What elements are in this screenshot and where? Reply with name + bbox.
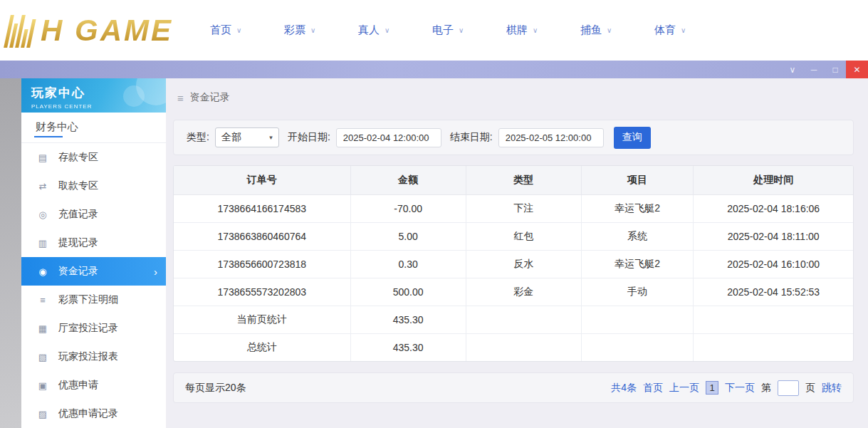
main-content: ≡ 资金记录 类型: 全部 ▾ 开始日期: 结束日期: 查询	[166, 78, 868, 428]
cell-time: 2025-02-04 18:11:00	[694, 222, 853, 250]
table-row: 1738656600723818 0.30 反水 幸运飞艇2 2025-02-0…	[174, 250, 853, 278]
search-button[interactable]: 查询	[614, 127, 651, 149]
col-header-type: 类型	[466, 166, 581, 194]
recharge-record-icon: ◎	[37, 209, 48, 220]
page-title: 资金记录	[190, 91, 230, 104]
cell-type: 下注	[466, 194, 581, 222]
sidebar-item-player-bet-reports[interactable]: ▧ 玩家投注报表	[21, 343, 166, 371]
promo-apply-record-icon: ▨	[37, 409, 48, 419]
sidebar-item-label: 彩票下注明细	[58, 293, 118, 306]
end-date-label: 结束日期:	[450, 131, 493, 144]
window-collapse-button[interactable]: ∨	[782, 61, 803, 78]
cell-time: 2025-02-04 18:16:06	[694, 194, 853, 222]
nav-label: 体育	[654, 24, 676, 37]
nav-item-cards[interactable]: 棋牌 ∨	[506, 24, 580, 37]
player-bet-report-icon: ▧	[37, 352, 48, 362]
main-nav: 首页 ∨ 彩票 ∨ 真人 ∨ 电子 ∨ 棋牌 ∨ 捕鱼 ∨	[210, 24, 728, 37]
withdraw-icon: ⇄	[37, 181, 48, 192]
sidebar-menu: ▤ 存款专区 ⇄ 取款专区 ◎ 充值记录 ▥ 提现记录 ◉ 资金记录	[21, 143, 166, 428]
sidebar-item-hall-bet-records[interactable]: ▦ 厅室投注记录	[21, 314, 166, 343]
cell-time: 2025-02-04 15:52:53	[694, 278, 853, 306]
empty-cell	[694, 333, 853, 361]
sidebar-item-label: 取款专区	[58, 179, 98, 192]
sidebar-item-label: 充值记录	[58, 208, 98, 221]
empty-cell	[694, 306, 853, 333]
players-center-header: 玩家中心 PLAYERS CENTER	[21, 78, 166, 113]
lottery-bet-detail-icon: ≡	[37, 295, 48, 306]
page-number-input[interactable]	[778, 380, 799, 396]
first-page-link[interactable]: 首页	[643, 382, 663, 395]
nav-item-lottery[interactable]: 彩票 ∨	[284, 24, 358, 37]
jump-link[interactable]: 跳转	[822, 382, 842, 395]
summary-amount: 435.30	[350, 306, 466, 333]
hall-bet-record-icon: ▦	[37, 323, 48, 334]
type-filter-label: 类型:	[187, 131, 209, 144]
sidebar-item-label: 资金记录	[58, 265, 98, 278]
chevron-down-icon: ∨	[310, 26, 315, 34]
end-date-input[interactable]	[498, 128, 604, 147]
cell-amount: 0.30	[350, 250, 466, 278]
nav-label: 彩票	[284, 24, 305, 37]
start-date-input[interactable]	[336, 128, 441, 147]
cell-type: 红包	[466, 222, 581, 250]
app-body: 玩家中心 PLAYERS CENTER 财务中心 ▤ 存款专区 ⇄ 取款专区 ◎…	[0, 78, 868, 428]
cell-type: 彩金	[466, 278, 581, 306]
cell-amount: 500.00	[350, 278, 466, 306]
window-close-button[interactable]: ✕	[846, 61, 868, 78]
list-icon: ≡	[177, 92, 184, 104]
chevron-down-icon: ∨	[607, 26, 612, 34]
sidebar-item-recharge-records[interactable]: ◎ 充值记录	[21, 200, 166, 229]
funds-table: 订单号 金额 类型 项目 处理时间 1738664166174583 -70.0…	[173, 165, 854, 362]
cell-item: 幸运飞艇2	[581, 250, 693, 278]
chevron-right-icon: ›	[154, 266, 157, 278]
cell-order-no: 1738664166174583	[174, 194, 350, 222]
table-row: 1738664166174583 -70.00 下注 幸运飞艇2 2025-02…	[174, 194, 853, 222]
cell-type: 反水	[466, 250, 581, 278]
top-header: H GAME 首页 ∨ 彩票 ∨ 真人 ∨ 电子 ∨ 棋牌 ∨	[0, 0, 868, 61]
sidebar-item-withdraw-zone[interactable]: ⇄ 取款专区	[21, 172, 166, 200]
chevron-down-icon: ∨	[533, 26, 538, 34]
table-row: 1738655573202803 500.00 彩金 手动 2025-02-04…	[174, 278, 853, 306]
page-prefix-text: 第	[761, 382, 771, 395]
prev-page-link[interactable]: 上一页	[669, 382, 699, 395]
cell-order-no: 1738655573202803	[174, 278, 350, 306]
filter-panel: 类型: 全部 ▾ 开始日期: 结束日期: 查询	[173, 120, 854, 155]
sidebar-item-deposit-zone[interactable]: ▤ 存款专区	[21, 143, 166, 172]
sidebar-item-label: 优惠申请记录	[58, 407, 118, 420]
sidebar-item-withdrawal-records[interactable]: ▥ 提现记录	[21, 229, 166, 257]
nav-label: 电子	[432, 24, 454, 37]
sidebar-item-promo-apply-records[interactable]: ▨ 优惠申请记录	[21, 400, 166, 428]
next-page-link[interactable]: 下一页	[725, 382, 755, 395]
table-row: 1738663860460764 5.00 红包 系统 2025-02-04 1…	[174, 222, 853, 250]
sidebar-item-promo-apply[interactable]: ▣ 优惠申请	[21, 371, 166, 400]
logo[interactable]: H GAME	[7, 14, 173, 48]
table-header-row: 订单号 金额 类型 项目 处理时间	[174, 166, 853, 194]
nav-item-home[interactable]: 首页 ∨	[210, 24, 284, 37]
current-page-badge[interactable]: 1	[706, 381, 718, 395]
pagination-controls: 共4条 首页 上一页 1 下一页 第 页 跳转	[611, 380, 842, 396]
summary-label: 当前页统计	[174, 306, 350, 333]
players-center-title: 玩家中心	[31, 85, 166, 101]
withdrawal-record-icon: ▥	[37, 238, 48, 249]
nav-item-live[interactable]: 真人 ∨	[358, 24, 432, 37]
page-suffix-text: 页	[805, 382, 815, 395]
background-gutter	[0, 78, 21, 428]
window-maximize-button[interactable]: □	[825, 61, 846, 78]
window-minimize-button[interactable]: ─	[803, 61, 825, 78]
sidebar-item-funds-records[interactable]: ◉ 资金记录 ›	[21, 257, 166, 286]
promo-apply-icon: ▣	[37, 380, 48, 391]
funds-record-icon: ◉	[37, 266, 48, 277]
cell-item: 手动	[581, 278, 693, 306]
page-summary-row: 当前页统计 435.30	[174, 306, 853, 333]
sidebar-item-lottery-bet-details[interactable]: ≡ 彩票下注明细	[21, 286, 166, 314]
empty-cell	[581, 333, 693, 361]
nav-item-sports[interactable]: 体育 ∨	[654, 24, 728, 37]
empty-cell	[581, 306, 693, 333]
nav-item-fishing[interactable]: 捕鱼 ∨	[580, 24, 654, 37]
sidebar-item-label: 厅室投注记录	[58, 322, 118, 335]
cell-item: 系统	[581, 222, 693, 250]
type-select[interactable]: 全部 ▾	[215, 127, 279, 147]
cell-time: 2025-02-04 16:10:00	[694, 250, 853, 278]
breadcrumb: ≡ 资金记录	[177, 88, 854, 107]
nav-item-slots[interactable]: 电子 ∨	[432, 24, 506, 37]
